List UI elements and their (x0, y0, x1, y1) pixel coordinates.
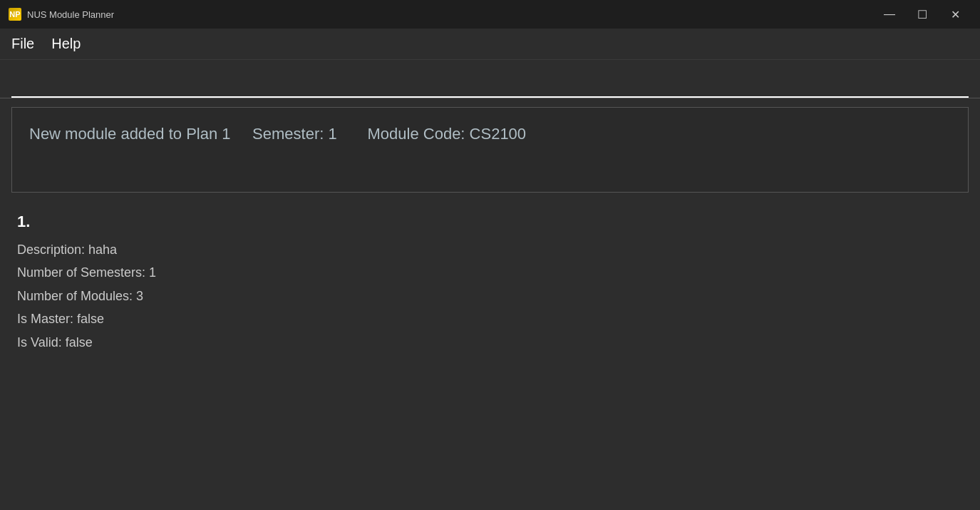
window-controls: — ☐ ✕ (873, 3, 971, 26)
menu-help[interactable]: Help (51, 33, 81, 55)
command-area (0, 60, 980, 98)
menu-bar: File Help (0, 29, 980, 60)
plan-info: 1. Description: haha Number of Semesters… (0, 201, 980, 365)
plan-num-modules: Number of Modules: 3 (17, 285, 963, 307)
output-message: New module added to Plan 1 Semester: 1 M… (29, 122, 951, 146)
plan-num-semesters: Number of Semesters: 1 (17, 261, 963, 284)
menu-file[interactable]: File (11, 33, 34, 55)
maximize-button[interactable]: ☐ (906, 3, 939, 26)
command-input[interactable] (11, 68, 969, 98)
app-title: NUS Module Planner (27, 9, 114, 20)
close-button[interactable]: ✕ (939, 3, 971, 26)
plan-is-valid: Is Valid: false (17, 331, 963, 354)
title-bar: NP NUS Module Planner — ☐ ✕ (0, 0, 980, 29)
output-semester: Semester: 1 (252, 125, 337, 143)
output-module-code: Module Code: CS2100 (368, 125, 527, 143)
title-bar-left: NP NUS Module Planner (9, 8, 114, 21)
app-icon: NP (9, 8, 21, 21)
plan-number: 1. (17, 213, 963, 231)
plan-description: Description: haha (17, 238, 963, 261)
minimize-button[interactable]: — (873, 3, 906, 26)
output-box: New module added to Plan 1 Semester: 1 M… (11, 107, 969, 193)
plan-is-master: Is Master: false (17, 307, 963, 330)
output-main-text: New module added to Plan 1 (29, 125, 231, 143)
